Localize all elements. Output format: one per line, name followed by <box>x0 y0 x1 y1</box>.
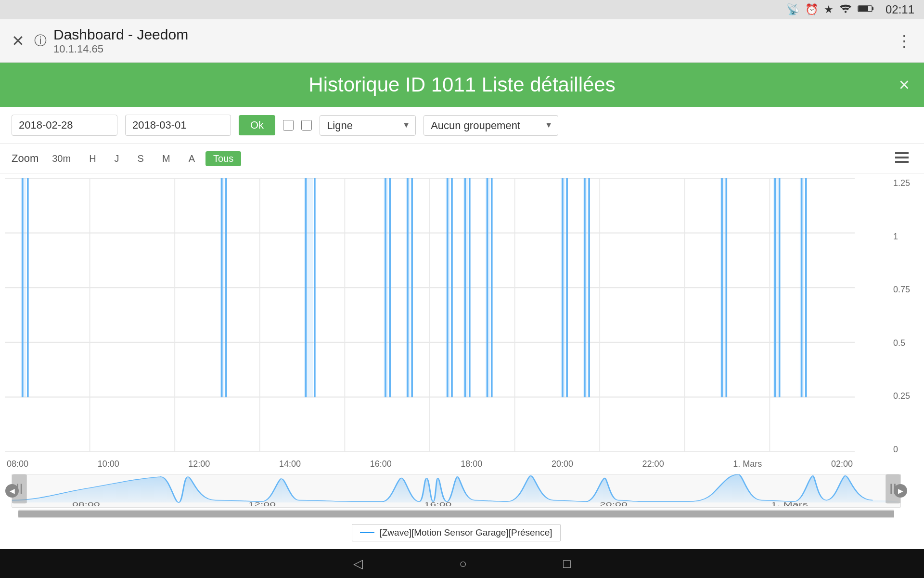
chart-container: 1.25 1 0.75 0.5 0.25 0 <box>0 173 924 549</box>
legend-line <box>360 532 374 533</box>
main-chart: 1.25 1 0.75 0.5 0.25 0 <box>5 178 884 469</box>
zoom-s-button[interactable]: S <box>130 151 152 166</box>
date-to-input[interactable] <box>125 115 231 136</box>
zoom-bar: Zoom 30m H J S M A Tous <box>0 144 924 173</box>
svg-point-0 <box>845 11 847 13</box>
chart-type-wrapper: Ligne Aire Barre <box>320 115 416 136</box>
modal-header: Historique ID 1011 Liste détaillées × <box>0 63 924 107</box>
x-label-1000: 10:00 <box>98 459 119 469</box>
x-label-1800: 18:00 <box>461 459 482 469</box>
svg-rect-5 <box>895 157 909 158</box>
svg-rect-6 <box>895 161 909 163</box>
app-bar: ✕ ⓘ Dashboard - Jeedom 10.1.14.65 ⋮ <box>0 19 924 63</box>
nav-scroll-thumb[interactable] <box>18 511 894 517</box>
home-button[interactable]: ○ <box>459 556 467 571</box>
controls-bar: Ok Ligne Aire Barre Aucun groupement Par… <box>0 107 924 144</box>
legend-area: [Zwave][Motion Sensor Garage][Présence] <box>0 520 912 549</box>
legend-label: [Zwave][Motion Sensor Garage][Présence] <box>379 527 552 538</box>
modal-close-button[interactable]: × <box>899 75 910 95</box>
zoom-tous-button[interactable]: Tous <box>205 151 241 166</box>
alarm-icon: ⏰ <box>805 3 818 16</box>
android-nav-bar: ◁ ○ □ <box>0 549 924 578</box>
app-title: Dashboard - Jeedom <box>53 26 188 43</box>
checkbox1[interactable] <box>283 120 294 131</box>
x-label-2200: 22:00 <box>642 459 664 469</box>
status-time: 02:11 <box>886 3 914 16</box>
y-label-025: 0.25 <box>893 391 910 401</box>
cast-icon: 📡 <box>786 3 799 16</box>
modal-title: Historique ID 1011 Liste détaillées <box>308 73 615 96</box>
checkbox1-item <box>283 120 294 131</box>
svg-text:1. Mars: 1. Mars <box>771 501 808 507</box>
svg-text:12:00: 12:00 <box>248 501 276 507</box>
nav-left-button[interactable]: ◀ <box>5 484 19 498</box>
info-icon: ⓘ <box>34 32 47 49</box>
navigator: ◀ ▶ 08:00 12:00 16:00 20:00 <box>12 474 901 508</box>
x-label-2000: 20:00 <box>552 459 573 469</box>
y-label-1: 1 <box>893 232 898 242</box>
grouping-wrapper: Aucun groupement Par heure Par jour Par … <box>424 115 558 136</box>
y-label-0: 0 <box>893 445 898 455</box>
navigator-svg: 08:00 12:00 16:00 20:00 1. Mars <box>12 474 900 507</box>
y-label-05: 0.5 <box>893 338 905 348</box>
legend-item: [Zwave][Motion Sensor Garage][Présence] <box>352 524 560 541</box>
zoom-m-button[interactable]: M <box>154 151 178 166</box>
chart-type-select[interactable]: Ligne Aire Barre <box>320 115 416 136</box>
close-app-button[interactable]: ✕ <box>12 32 25 50</box>
zoom-a-button[interactable]: A <box>181 151 203 166</box>
x-label-0200: 02:00 <box>831 459 853 469</box>
grouping-select[interactable]: Aucun groupement Par heure Par jour Par … <box>424 115 558 136</box>
modal: Historique ID 1011 Liste détaillées × Ok… <box>0 63 924 549</box>
nav-right-button[interactable]: ▶ <box>894 484 907 498</box>
status-bar: 📡 ⏰ ★ 02:11 <box>0 0 924 19</box>
zoom-label: Zoom <box>12 152 38 165</box>
svg-text:08:00: 08:00 <box>72 501 100 507</box>
svg-rect-2 <box>872 7 873 10</box>
svg-text:16:00: 16:00 <box>424 501 452 507</box>
zoom-30m-button[interactable]: 30m <box>44 151 78 166</box>
battery-icon <box>858 3 874 16</box>
x-label-1600: 16:00 <box>370 459 392 469</box>
chart-menu-button[interactable] <box>891 149 912 168</box>
x-label-mars: 1. Mars <box>733 459 762 469</box>
svg-rect-3 <box>859 6 868 11</box>
recent-button[interactable]: □ <box>563 556 571 571</box>
star-icon: ★ <box>824 3 834 16</box>
y-axis: 1.25 1 0.75 0.5 0.25 0 <box>893 178 910 455</box>
y-label-075: 0.75 <box>893 285 910 295</box>
wifi-icon <box>839 3 852 16</box>
svg-text:20:00: 20:00 <box>600 501 628 507</box>
ok-button[interactable]: Ok <box>239 115 275 135</box>
x-label-0800: 08:00 <box>7 459 28 469</box>
zoom-j-button[interactable]: J <box>107 151 127 166</box>
y-label-125: 1.25 <box>893 178 910 188</box>
checkbox2[interactable] <box>301 120 312 131</box>
app-subtitle: 10.1.14.65 <box>53 43 188 55</box>
date-from-input[interactable] <box>12 115 117 136</box>
x-label-1200: 12:00 <box>188 459 210 469</box>
x-axis: 08:00 10:00 12:00 14:00 16:00 18:00 20:0… <box>5 459 855 469</box>
svg-rect-4 <box>895 152 909 154</box>
chart-svg <box>5 178 855 452</box>
more-options-button[interactable]: ⋮ <box>896 31 912 51</box>
nav-scrollbar[interactable] <box>18 510 894 518</box>
back-button[interactable]: ◁ <box>353 556 363 571</box>
checkbox2-item <box>301 120 312 131</box>
zoom-h-button[interactable]: H <box>81 151 103 166</box>
x-label-1400: 14:00 <box>279 459 301 469</box>
